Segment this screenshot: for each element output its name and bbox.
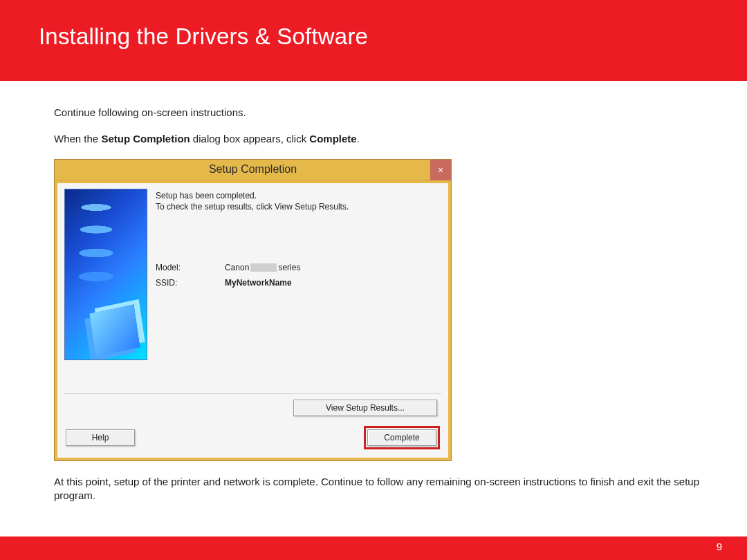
instruction-line-3: At this point, setup of the printer and …	[54, 475, 708, 503]
text-fragment: dialog box appears, click	[190, 133, 310, 144]
dialog-text-area: Setup has been completed. To check the s…	[156, 189, 441, 360]
model-brand: Canon	[225, 262, 249, 273]
dialog-titlebar: Setup Completion ×	[55, 160, 451, 180]
page-content: Continue following on-screen instruction…	[0, 81, 747, 503]
page-number: 9	[717, 541, 722, 552]
view-results-row: View Setup Results...	[64, 400, 441, 416]
highlight-box: Complete	[364, 426, 440, 449]
message-line-2: To check the setup results, click View S…	[156, 202, 349, 212]
divider	[64, 393, 441, 394]
dialog-body: Setup has been completed. To check the s…	[57, 183, 448, 458]
instruction-line-2: When the Setup Completion dialog box app…	[54, 132, 708, 146]
fields-block: Model: Canon series SSID: MyNetworkName	[156, 262, 441, 288]
redacted-block	[250, 263, 277, 272]
help-button[interactable]: Help	[66, 429, 135, 446]
text-fragment: When the	[54, 133, 101, 144]
model-label: Model:	[156, 262, 225, 273]
close-icon[interactable]: ×	[430, 160, 451, 180]
text-fragment: .	[357, 133, 360, 144]
ssid-value: MyNetworkName	[225, 277, 292, 288]
dialog-top-row: Setup has been completed. To check the s…	[64, 189, 441, 360]
model-value: Canon series	[225, 262, 300, 273]
dialog-bottom-row: Help Complete	[64, 426, 441, 451]
message-line-1: Setup has been completed.	[156, 191, 257, 200]
setup-completion-dialog: Setup Completion × Setup has been comple…	[54, 159, 452, 461]
model-suffix: series	[278, 262, 300, 273]
complete-button[interactable]: Complete	[367, 429, 436, 446]
instruction-line-1: Continue following on-screen instruction…	[54, 106, 708, 120]
model-row: Model: Canon series	[156, 262, 441, 273]
ssid-label: SSID:	[156, 277, 225, 288]
page-title: Installing the Drivers & Software	[39, 24, 747, 50]
setup-message: Setup has been completed. To check the s…	[156, 190, 441, 212]
dialog-chrome: Setup has been completed. To check the s…	[55, 180, 451, 460]
bold-setup-completion: Setup Completion	[101, 133, 190, 144]
view-setup-results-button[interactable]: View Setup Results...	[293, 400, 437, 416]
page-footer: 9	[0, 536, 747, 560]
decorative-graphic	[64, 189, 147, 360]
dialog-title: Setup Completion	[209, 162, 297, 177]
ssid-row: SSID: MyNetworkName	[156, 277, 441, 288]
bold-complete: Complete	[309, 133, 356, 144]
page-header: Installing the Drivers & Software	[0, 0, 747, 81]
